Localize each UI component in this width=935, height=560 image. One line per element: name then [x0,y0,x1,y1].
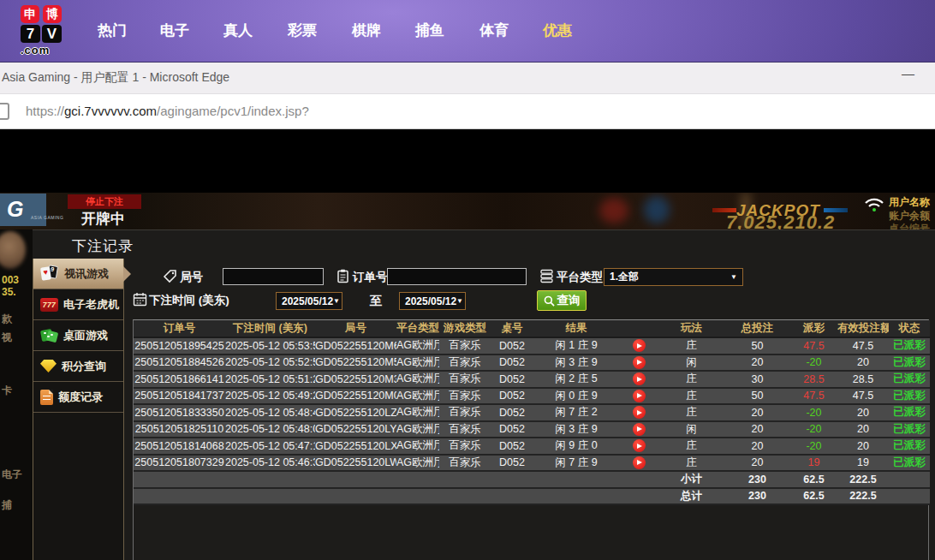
address-bar[interactable]: https://gci.7vvvvvv.com/agingame/pcv1/in… [0,94,935,129]
document-icon [40,390,53,405]
cell-replay [619,455,658,472]
nav-item-lottery[interactable]: 彩票 [273,21,331,40]
cell-status: 已派彩 [889,388,930,405]
cell-table: D052 [491,337,533,354]
replay-button[interactable] [633,390,646,402]
col-table: 桌号 [491,320,533,337]
site-logo[interactable]: 申 博 7 V .com [21,5,89,58]
nav-item-sports[interactable]: 体育 [465,21,523,40]
cell-order: 250512051825110 [134,421,225,438]
sidebar-item-points-query[interactable]: 积分查询 [33,351,123,382]
sidebar-item-quota-records[interactable]: 额度记录 [33,382,123,413]
cell-status: 已派彩 [889,354,930,372]
playing-cards-icon: 9♥ [40,265,59,282]
date-to-select[interactable]: 2025/05/12 ▼ [399,292,466,310]
sidebar-item-slot-machines[interactable]: 777 电子老虎机 [33,289,123,320]
cell-total: 20 [724,421,790,438]
sidebar-item-label: 电子老虎机 [63,297,119,313]
table-games-icon [40,328,58,343]
cell-game: 百家乐 [439,438,491,455]
sidebar-item-live-games[interactable]: 9♥ 视讯游戏 [33,259,123,289]
cell-payout: 19 [790,455,837,472]
page-icon [0,103,9,120]
panel-title: 下注记录 [72,236,134,256]
replay-button[interactable] [633,439,646,452]
cell-status: 已派彩 [889,371,930,388]
edge-fragment: 捕 [2,498,12,513]
cell-order: 250512051895425 [134,337,225,354]
cell-status: 已派彩 [889,455,930,472]
url-text[interactable]: https://gci.7vvvvvv.com/agingame/pcv1/in… [26,104,309,118]
replay-button[interactable] [633,372,646,385]
betting-records-panel: 下注记录 9♥ 视讯游戏 777 电子老虎机 桌面游戏 [33,229,935,560]
sidebar-item-label: 积分查询 [62,359,106,374]
cell-replay [619,404,658,421]
summary-label: 总计 [658,488,724,505]
slot-777-icon: 777 [40,298,58,312]
cell-time: 2025-05-12 05:48:05 [225,421,315,438]
table-row: 2505120518954252025-05-12 05:53:52GD0522… [134,337,930,354]
nav-item-fishing[interactable]: 捕鱼 [401,21,459,40]
round-number-input[interactable] [223,268,324,285]
banner-glow-blue [644,196,670,223]
replay-button[interactable] [633,423,646,436]
cell-game: 百家乐 [439,388,491,405]
cell-play: 庄 [658,371,724,388]
cell-platform: AG欧洲厅 [396,388,439,405]
cell-result: 闲 7 庄 9 [533,455,619,472]
edge-fragment: 卡 [2,384,12,398]
cell-platform: AG欧洲厅 [396,421,439,438]
table-row: 2505120518845262025-05-12 05:52:58GD0522… [134,354,930,372]
records-body: 2505120518954252025-05-12 05:53:52GD0522… [134,337,930,504]
tag-icon [163,269,177,283]
cell-platform: AG欧洲厅 [396,455,439,472]
casino-banner: G ASIA GAMING 停止下注 开牌中 JACKPOT 7,025,210… [0,193,935,229]
order-number-label: 订单号 [353,270,388,285]
table-row: 2505120518661412025-05-12 05:51:25GD0522… [134,371,930,388]
cell-play: 庄 [658,438,724,455]
col-result: 结果 [533,320,619,337]
records-table: 订单号 下注时间 (美东) 局号 平台类型 游戏类型 桌号 结果 玩法 总投注 … [134,320,930,505]
cell-table: D052 [491,438,533,455]
replay-button[interactable] [633,339,646,352]
platform-type-select[interactable]: 1.全部 ▼ [604,268,743,286]
diamond-icon [40,360,57,372]
cell-game: 百家乐 [439,337,491,354]
cell-platform: AG欧洲厅 [396,404,439,421]
cell-order: 250512051884526 [134,354,225,372]
cell-status: 已派彩 [889,337,930,354]
nav-item-promo[interactable]: 优惠 [528,21,587,40]
replay-button[interactable] [633,406,646,419]
search-button[interactable]: 查询 [537,290,587,311]
nav-item-slots[interactable]: 电子 [146,21,204,40]
date-from-select[interactable]: 2025/05/12 ▼ [276,292,342,310]
nav-item-cards[interactable]: 棋牌 [337,21,396,40]
cell-round: GD052255120LZ [315,404,396,421]
play-icon [637,460,642,465]
chevron-down-icon: ▼ [730,273,737,281]
cell-replay [619,337,658,354]
cell-payout: 47.5 [790,337,837,354]
cell-valid: 47.5 [837,388,889,405]
replay-button[interactable] [633,356,646,369]
account-name-label: 用户名称 [889,195,935,210]
nav-item-live[interactable]: 真人 [209,21,267,40]
sidebar-item-table-games[interactable]: 桌面游戏 [33,320,123,351]
replay-button[interactable] [633,456,646,469]
cell-result: 闲 9 庄 0 [533,438,619,455]
edge-fragment: 款 [2,312,12,326]
cell-payout: -20 [790,404,837,421]
nav-item-hot[interactable]: 热门 [83,21,141,40]
order-number-input[interactable] [387,268,527,285]
platform-type-value: 1.全部 [610,270,639,284]
browser-title-bar: Asia Gaming - 用户配置 1 - Microsoft Edge — [0,63,935,94]
wifi-icon [863,195,885,212]
logo-badge-1: 申 [21,5,39,23]
minimize-button[interactable]: — [902,66,914,80]
logo-letter-v: V [42,25,62,43]
table-row: 2505120518140682025-05-12 05:47:10GD0522… [134,438,930,455]
cell-game: 百家乐 [439,421,491,438]
cell-round: GD052255120LW [315,455,396,472]
summary-total: 230 [724,488,790,505]
table-row: 2505120518333502025-05-12 05:48:46GD0522… [134,404,930,421]
